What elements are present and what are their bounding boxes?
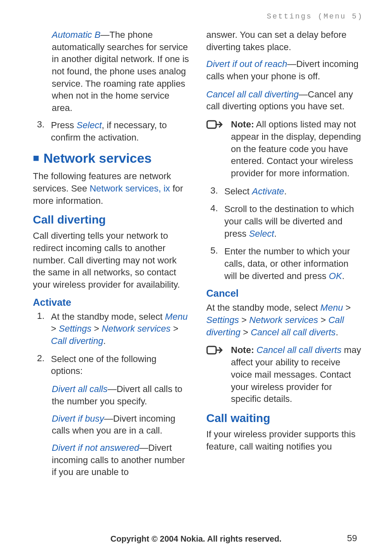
term-select: Select: [76, 120, 101, 130]
period: .: [284, 186, 287, 196]
period: .: [274, 228, 277, 239]
sep: >: [239, 315, 249, 325]
step-5-enter-number: 5. Enter the number to which your calls,…: [210, 245, 363, 282]
step-body: Press Select, if necessary, to confirm t…: [51, 119, 190, 143]
step-number: 2.: [37, 353, 46, 377]
sep: >: [91, 323, 101, 334]
step-3-confirm: 3. Press Select, if necessary, to confir…: [37, 119, 190, 143]
note-label: Note:: [231, 345, 254, 355]
step-number: 1.: [37, 311, 46, 347]
automatic-b-entry: Automatic B—The phone automatically sear…: [52, 29, 190, 114]
heading-call-diverting: Call diverting: [33, 213, 190, 226]
term-divert-out-of-reach: Divert if out of reach: [206, 59, 287, 69]
path-cancel-all: Cancel all call diverts: [251, 327, 336, 337]
sep: >: [343, 302, 351, 313]
text-pre: Scroll to the destination to which your …: [224, 204, 354, 238]
path-network-services: Network services: [102, 323, 171, 334]
term-cancel-all-diverting: Cancel all call diverting: [206, 89, 299, 99]
cancel-all-diverting-entry: Cancel all call diverting—Cancel any cal…: [206, 88, 363, 113]
call-diverting-desc: Call diverting tells your network to red…: [33, 230, 190, 291]
step-body: Enter the number to which your calls, da…: [224, 245, 363, 282]
divert-all-calls-entry: Divert all calls—Divert all calls to the…: [52, 383, 190, 407]
left-column: Automatic B—The phone automatically sear…: [33, 29, 190, 483]
step-number: 3.: [210, 185, 219, 198]
term-divert-if-not-answered: Divert if not answered: [52, 443, 139, 453]
step-body: Scroll to the destination to which your …: [224, 203, 363, 240]
period: .: [342, 271, 344, 281]
sep: >: [318, 315, 328, 325]
path-menu: Menu: [321, 302, 343, 313]
path-network-services: Network services: [249, 315, 318, 325]
divert-if-busy-entry: Divert if busy—Divert incoming calls whe…: [52, 413, 190, 437]
continuation-answer: answer. You can set a delay before diver…: [206, 29, 363, 53]
period: .: [103, 336, 106, 346]
step-number: 4.: [210, 203, 219, 240]
step-4-scroll: 4. Scroll to the destination to which yo…: [210, 203, 363, 240]
text-pre: At the standby mode, select: [206, 302, 321, 313]
divert-out-of-reach-entry: Divert if out of reach—Divert incoming c…: [206, 58, 363, 82]
term-select: Select: [249, 228, 274, 239]
call-waiting-desc: If your wireless provider supports this …: [206, 428, 363, 452]
path-call-diverting: Call diverting: [51, 336, 103, 346]
two-column-layout: Automatic B—The phone automatically sear…: [33, 29, 363, 483]
heading-network-services: Network services: [33, 151, 190, 166]
note-icon: [206, 344, 225, 405]
page-header: Settings (Menu 5): [33, 12, 363, 21]
term-automatic-b: Automatic B: [52, 30, 101, 40]
activate-step-1: 1. At the standby mode, select Menu > Se…: [37, 311, 190, 347]
text-pre: Press: [51, 120, 76, 130]
text-pre: At the standby mode, select: [51, 311, 165, 322]
divert-if-not-answered-entry: Divert if not answered—Divert incoming c…: [52, 442, 190, 478]
term-divert-if-busy: Divert if busy: [52, 413, 104, 424]
desc-automatic-b: —The phone automatically searches for se…: [52, 30, 189, 113]
path-settings: Settings: [206, 315, 239, 325]
heading-cancel: Cancel: [206, 288, 363, 299]
note-term: Cancel all call diverts: [254, 345, 341, 355]
note-body: Note: All options listed may not appear …: [231, 118, 363, 179]
term-ok: OK: [329, 271, 342, 281]
note-label: Note:: [231, 119, 254, 129]
sep: >: [240, 327, 251, 337]
svg-rect-1: [207, 346, 216, 354]
note-cancel-all-diverts: Note: Cancel all call diverts may affect…: [206, 344, 363, 405]
page-number: 59: [347, 533, 357, 544]
step-3-activate: 3. Select Activate.: [210, 185, 363, 198]
activate-step-2: 2. Select one of the following options:: [37, 353, 190, 377]
text-pre: Select: [224, 186, 252, 196]
term-divert-all-calls: Divert all calls: [52, 384, 108, 394]
cancel-path: At the standby mode, select Menu > Setti…: [206, 302, 363, 338]
step-body: At the standby mode, select Menu > Setti…: [51, 311, 190, 347]
path-settings: Settings: [59, 323, 92, 334]
period: .: [336, 327, 338, 337]
term-activate: Activate: [252, 186, 284, 196]
step-body: Select one of the following options:: [51, 353, 190, 377]
step-number: 5.: [210, 245, 219, 282]
link-network-services-ix[interactable]: Network services, ix: [90, 183, 170, 194]
note-icon: [206, 118, 225, 179]
sep: >: [171, 323, 178, 334]
heading-activate: Activate: [33, 297, 190, 308]
step-number: 3.: [37, 119, 46, 143]
sep: >: [51, 323, 59, 334]
svg-rect-0: [207, 121, 216, 128]
path-menu: Menu: [165, 311, 188, 322]
step-body: Select Activate.: [224, 185, 363, 198]
network-services-intro: The following features are network servi…: [33, 170, 190, 207]
heading-call-waiting: Call waiting: [206, 412, 363, 425]
note-all-options: Note: All options listed may not appear …: [206, 118, 363, 179]
note-body: Note: Cancel all call diverts may affect…: [231, 344, 363, 405]
footer-copyright: Copyright © 2004 Nokia. All rights reser…: [0, 534, 392, 544]
right-column: answer. You can set a delay before diver…: [206, 29, 363, 483]
